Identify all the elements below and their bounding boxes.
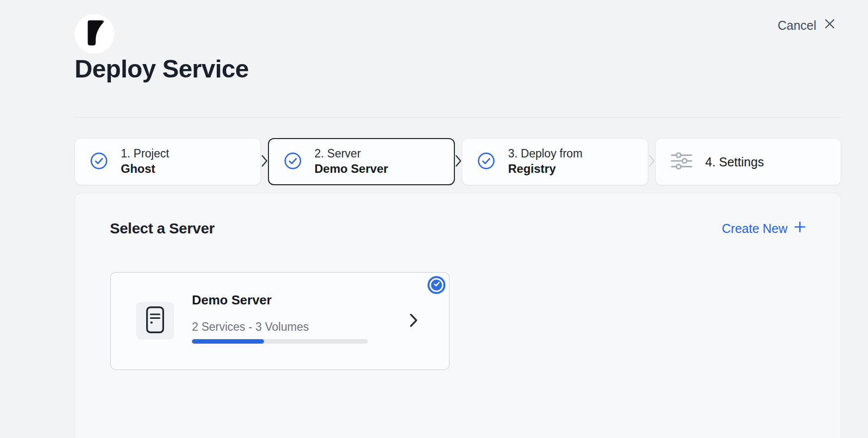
step-label: 4. Settings [705, 155, 764, 169]
server-name: Demo Server [192, 292, 271, 308]
step-value: Registry [508, 162, 583, 176]
server-card[interactable]: Demo Server 2 Services - 3 Volumes [110, 272, 449, 370]
step-label: 2. Server [315, 147, 388, 160]
selected-check-badge [430, 278, 443, 292]
progress-fill [192, 339, 264, 344]
deploy-service-page: Cancel Deploy Service 1. Project Ghost [0, 0, 868, 438]
cancel-button[interactable]: Cancel [778, 17, 836, 34]
chevron-right-icon [409, 313, 418, 330]
chevron-right-icon [261, 154, 268, 169]
server-icon-box [136, 302, 174, 340]
step-text: 1. Project Ghost [121, 147, 169, 176]
app-logo [75, 14, 114, 54]
check-icon [433, 280, 441, 290]
step-text: 4. Settings [705, 155, 764, 169]
step-text: 2. Server Demo Server [315, 147, 388, 176]
step-label: 1. Project [121, 147, 169, 160]
chevron-right-icon [455, 154, 462, 169]
step-project[interactable]: 1. Project Ghost [75, 138, 261, 185]
step-deploy-from[interactable]: 3. Deploy from Registry [462, 138, 648, 185]
sliders-icon [671, 152, 693, 171]
step-text: 3. Deploy from Registry [508, 147, 583, 176]
brand-flag-icon [75, 13, 114, 55]
panel-header: Select a Server Create New [110, 220, 806, 237]
server-meta: 2 Services - 3 Volumes [192, 320, 309, 334]
close-icon[interactable] [823, 17, 836, 33]
create-new-button[interactable]: Create New [722, 221, 806, 236]
step-separator [455, 138, 462, 185]
step-settings[interactable]: 4. Settings [655, 138, 842, 185]
panel-heading: Select a Server [110, 220, 215, 237]
step-value: Ghost [121, 162, 169, 176]
page-title: Deploy Service [75, 55, 249, 83]
create-new-label: Create New [722, 221, 787, 236]
step-server[interactable]: 2. Server Demo Server [268, 138, 455, 185]
server-usage-progressbar [192, 339, 368, 344]
cancel-label: Cancel [778, 18, 816, 33]
step-separator [648, 138, 655, 185]
step-separator [261, 138, 268, 185]
header-divider [75, 117, 841, 118]
step-value: Demo Server [315, 162, 388, 176]
select-server-panel: Select a Server Create New [75, 193, 841, 438]
step-label: 3. Deploy from [508, 147, 583, 160]
server-icon [146, 306, 165, 336]
plus-icon [794, 221, 806, 236]
chevron-right-icon [648, 154, 655, 169]
check-circle-icon [90, 152, 108, 172]
check-circle-icon [477, 152, 495, 172]
stepper: 1. Project Ghost 2. Server Demo Server [75, 138, 841, 185]
check-circle-icon [284, 152, 302, 172]
